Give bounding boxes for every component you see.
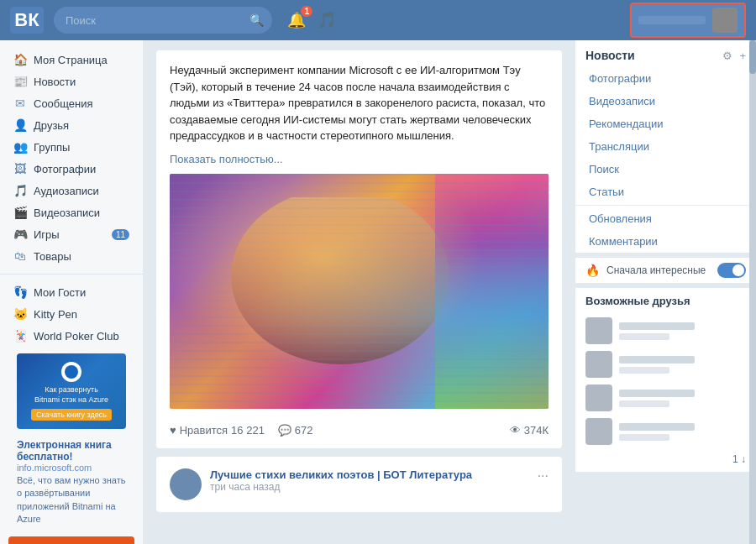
friend-sub-3 (619, 400, 669, 407)
sidebar-label: World Poker Club (34, 330, 129, 343)
post2-time: три часа назад (210, 481, 529, 493)
friend-row-1[interactable] (585, 314, 746, 348)
news-menu-photos[interactable]: Фотографии (575, 67, 756, 90)
news-menu-streams[interactable]: Трансляции (575, 135, 756, 158)
ad-link[interactable]: info.microsoft.com (8, 463, 134, 473)
sidebar-item-messages[interactable]: ✉ Сообщения (0, 92, 143, 114)
friend-info-3 (619, 390, 746, 407)
ad-logo (61, 362, 81, 382)
ad-download-button[interactable]: Скачать книгу здесь (31, 409, 112, 421)
friend-row-4[interactable] (585, 415, 746, 448)
guests-icon: 👣 (13, 285, 27, 299)
friends-count[interactable]: 1 ↓ (585, 448, 746, 465)
user-menu-button[interactable] (630, 3, 746, 38)
friends-section: Возможные друзья (575, 288, 756, 472)
sidebar-item-world-poker[interactable]: 🃏 World Poker Club (0, 325, 143, 347)
sidebar-item-kitty-pen[interactable]: 🐱 Kitty Pen (0, 303, 143, 325)
ad-title: Электронная книга бесплатно! (8, 436, 134, 463)
friend-row-2[interactable] (585, 348, 746, 381)
sidebar-label: Видеозаписи (34, 207, 129, 219)
sidebar-item-my-page[interactable]: 🏠 Моя Страница (0, 49, 143, 71)
sidebar-ad-image[interactable]: Как развернутьBitnami стэк на Azure Скач… (17, 353, 126, 429)
news-menu-comments[interactable]: Комментарии (575, 230, 756, 253)
sidebar-label: Игры (34, 228, 105, 241)
ad-text: Как развернутьBitnami стэк на Azure (34, 385, 108, 405)
heart-icon: ♥ (170, 424, 176, 437)
goods-icon: 🛍 (13, 249, 27, 263)
user-avatar (712, 8, 738, 33)
search-icon: 🔍 (249, 13, 264, 27)
sidebar-label: Товары (34, 250, 129, 263)
page-scrollbar[interactable] (749, 40, 756, 544)
vk-logo[interactable]: ВК (10, 7, 44, 34)
friend-avatar-1 (585, 317, 612, 344)
friends-title: Возможные друзья (585, 295, 746, 307)
topnav: ВК 🔍 🔔 1 🎵 (0, 0, 756, 40)
post2-info: Лучшие стихи великих поэтов | БОТ Литера… (210, 468, 529, 493)
groups-icon: 👥 (13, 140, 27, 154)
sidebar-label: Друзья (34, 119, 129, 132)
sidebar-item-video[interactable]: 🎬 Видеозаписи (0, 201, 143, 223)
sidebar-item-photos[interactable]: 🖼 Фотографии (0, 158, 143, 180)
comments-count: 672 (295, 424, 313, 437)
toggle-row: 🔥 Сначала интересные (575, 258, 756, 283)
sidebar-label: Аудиозаписи (34, 185, 129, 197)
sidebar-item-games[interactable]: 🎮 Игры 11 (0, 223, 143, 245)
news-menu-recommendations[interactable]: Рекомендации (575, 112, 756, 135)
friends-icon: 👤 (13, 118, 27, 132)
likes-count: 16 221 (231, 424, 265, 437)
comment-icon: 💬 (278, 424, 291, 437)
show-more-link[interactable]: Показать полностью... (170, 153, 283, 165)
sidebar-label: Сообщения (34, 97, 129, 110)
news-menu-updates[interactable]: Обновления (575, 207, 756, 230)
news-icon: 📰 (13, 75, 27, 88)
topnav-icons: 🔔 1 🎵 (287, 11, 336, 29)
image-overlay (170, 174, 549, 409)
views-count: 374К (524, 424, 549, 437)
sidebar-label: Группы (34, 141, 129, 154)
views-icon: 👁 (510, 424, 521, 437)
news-menu-video[interactable]: Видеозаписи (575, 90, 756, 112)
friend-row-3[interactable] (585, 381, 746, 415)
sidebar-item-friends[interactable]: 👤 Друзья (0, 114, 143, 136)
sidebar-item-my-guests[interactable]: 👣 Мои Гости (0, 281, 143, 303)
friend-avatar-2 (585, 351, 612, 378)
friend-info-4 (619, 423, 746, 441)
left-sidebar: 🏠 Моя Страница 📰 Новости ✉ Сообщения 👤 Д… (0, 40, 143, 544)
sidebar-item-groups[interactable]: 👥 Группы (0, 136, 143, 158)
notification-bell[interactable]: 🔔 1 (287, 11, 306, 29)
news-menu-search[interactable]: Поиск (575, 158, 756, 180)
post-1: Неудачный эксперимент компании Microsoft… (156, 50, 562, 448)
sidebar-label: Kitty Pen (34, 308, 129, 321)
interesting-toggle[interactable] (717, 263, 746, 278)
sidebar-label: Новости (34, 76, 129, 88)
friend-sub-4 (619, 434, 669, 441)
add-icon[interactable]: + (739, 50, 746, 62)
orange-ad-button[interactable]: ДЕСЕРТ (8, 536, 134, 544)
scrollbar-thumb[interactable] (749, 40, 756, 74)
sidebar-item-goods[interactable]: 🛍 Товары (0, 245, 143, 267)
news-divider (575, 205, 756, 206)
games-badge: 11 (112, 229, 129, 240)
sidebar-item-audio[interactable]: 🎵 Аудиозаписи (0, 180, 143, 201)
friend-sub-1 (619, 333, 669, 340)
friend-info-2 (619, 356, 746, 374)
toggle-knob (732, 264, 744, 276)
music-icon[interactable]: 🎵 (318, 11, 336, 29)
news-header-icons: ⚙ + (722, 50, 746, 62)
post2-more-button[interactable]: ··· (538, 468, 549, 484)
sidebar-item-news[interactable]: 📰 Новости (0, 71, 143, 92)
sidebar-divider (0, 274, 143, 275)
main-layout: 🏠 Моя Страница 📰 Новости ✉ Сообщения 👤 Д… (0, 40, 756, 544)
comments-stat[interactable]: 💬 672 (278, 424, 313, 437)
filter-icon[interactable]: ⚙ (722, 50, 732, 62)
likes-stat[interactable]: ♥ Нравится 16 221 (170, 424, 265, 437)
search-input[interactable] (54, 7, 272, 34)
sidebar-label: Мои Гости (34, 286, 129, 299)
post-image[interactable] (170, 174, 549, 409)
friend-name-2 (619, 356, 695, 364)
news-menu-articles[interactable]: Статьи (575, 180, 756, 203)
news-title: Новости (585, 49, 635, 62)
post2-title[interactable]: Лучшие стихи великих поэтов | БОТ Литера… (210, 468, 529, 481)
user-name-placeholder (638, 16, 706, 24)
